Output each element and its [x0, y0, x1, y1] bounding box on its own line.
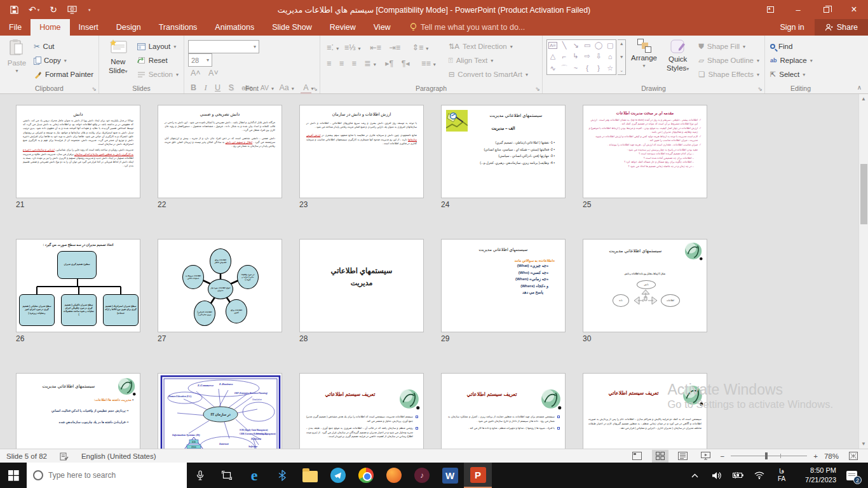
slide-bullet: مفيد بودن اطلاعات در پاسخ به چهار پرسش ز…	[583, 148, 707, 151]
select-button[interactable]: ⇱Select▾	[768, 67, 815, 81]
tab-review[interactable]: Review	[321, 19, 365, 36]
slide-thumbnail[interactable]: ارزش اطلاعات و دانش در سازمان با توجه به…	[299, 105, 424, 198]
replace-button[interactable]: abReplace▾	[768, 53, 815, 67]
slide-thumbnail[interactable]: مقدمه اي بر مبحث مديريت اطلاعات ✓اطلاعات…	[583, 105, 707, 198]
tab-design[interactable]: Design	[107, 19, 150, 36]
layout-button[interactable]: Layout▾	[135, 39, 181, 53]
normal-view-button[interactable]	[629, 450, 646, 463]
battery-icon[interactable]	[728, 463, 747, 488]
shapes-gallery-scrollbar[interactable]: ▲ ▼ ⌄	[618, 39, 626, 75]
zoom-percentage[interactable]: 78%	[824, 452, 839, 460]
reading-view-button[interactable]	[675, 450, 691, 463]
slide-thumbnail[interactable]: تعريف سيستم اطلاعاتي سيستمي منسجم براي ت…	[441, 373, 566, 449]
bluetooth-icon[interactable]	[268, 463, 296, 488]
language-indicator[interactable]: English (United States)	[81, 452, 156, 460]
format-painter-button[interactable]: Format Painter	[31, 67, 96, 81]
tab-animations[interactable]: Animations	[206, 19, 263, 36]
scroll-up-icon[interactable]: ▲	[861, 96, 866, 102]
taskbar-clock[interactable]: 8:50 PM 7/21/2023	[794, 466, 836, 485]
slide-thumbnail[interactable]: دانش نوناكا در مدل يكپارچه خود براي ايجا…	[16, 105, 140, 198]
close-button[interactable]: ×	[840, 0, 868, 19]
chart-box: سطح مديران استراتژيك ( تصميم گيري براي ت…	[103, 294, 139, 326]
minimize-button[interactable]: –	[784, 0, 812, 19]
collapse-ribbon-icon[interactable]: ∧	[857, 84, 862, 91]
shapes-gallery[interactable]: A≡ ╲ ↘ ▭ ◯ ▢ △ ⌐ ↳ ⇨ ⇩ ⌂ ∿ ⌒ ~ { } ☆	[546, 39, 616, 75]
slide-thumbnail[interactable]: سيستمهاي اطلاعاتي مديريت «اطلاعات» به سو…	[441, 239, 566, 332]
sign-in-button[interactable]: Sign in	[770, 19, 814, 36]
spell-check-icon[interactable]	[60, 452, 69, 461]
cortana-icon	[33, 470, 43, 480]
powerpoint-icon[interactable]: P	[464, 463, 492, 488]
language-switcher[interactable]: فا FA	[771, 468, 792, 484]
zoom-slider[interactable]	[731, 456, 807, 456]
tell-me-box[interactable]: Tell me what you want to do...	[400, 19, 536, 36]
slide-thumbnail[interactable]: اطلاعات براي اطمينان خاطر در مورد وضعيت …	[158, 239, 282, 332]
slide-thumbnail[interactable]: دانش تصريحي و ضمني هرگاه دانش قابل كدگذا…	[158, 105, 282, 198]
restore-button[interactable]	[812, 0, 840, 19]
telegram-icon[interactable]	[324, 463, 352, 488]
scroll-up-icon: ▲	[620, 41, 624, 46]
slide-show-view-button[interactable]	[698, 450, 714, 463]
task-view-button[interactable]	[214, 463, 240, 488]
slide-thumbnail[interactable]: سيستمهاي اطلاعاتي مديريت	[299, 239, 424, 332]
arrange-button[interactable]: Arrange ▾	[626, 37, 662, 69]
media-player-icon[interactable]: ♪	[408, 463, 436, 488]
slide-text: «چه كسي» (Who)	[442, 269, 565, 276]
slide-thumbnail[interactable]: تعريف سيستم اطلاعاتي سيستمي است كه به كم…	[583, 373, 707, 449]
slide-thumbnail[interactable]: اتخاذ تصميم مديران در سه سطح صورت مي گير…	[16, 239, 140, 332]
volume-icon[interactable]	[707, 463, 726, 488]
quick-styles-button[interactable]: Quick Styles▾	[662, 37, 693, 72]
tab-slide-show[interactable]: Slide Show	[263, 19, 321, 36]
save-icon[interactable]	[10, 6, 18, 14]
zoom-out-button[interactable]: −	[721, 452, 725, 460]
slide-thumbnail[interactable]: سيستمهاي اطلاعاتي مديريت • مديريت داشته …	[16, 373, 140, 449]
chrome-icon[interactable]	[352, 463, 380, 488]
zoom-in-button[interactable]: +	[813, 452, 818, 460]
hidden-icons-chevron[interactable]	[685, 463, 704, 488]
scrollbar-thumb[interactable]	[860, 164, 867, 224]
slide-thumbnail[interactable]: IT در سازمان E-Commerce E-Business Human…	[158, 373, 282, 449]
scroll-down-icon[interactable]: ▼	[861, 441, 866, 447]
slide-sorter-view-button[interactable]	[652, 450, 668, 463]
start-button[interactable]	[0, 463, 27, 488]
language-fa: فا	[771, 468, 792, 476]
cut-button[interactable]: ✂Cut	[31, 39, 96, 53]
action-center-button[interactable]: 2	[839, 463, 864, 488]
redo-button[interactable]: ↻	[50, 5, 57, 14]
replace-icon: ab	[770, 57, 777, 64]
copy-button[interactable]: Copy▾	[31, 53, 96, 67]
fit-slide-to-window-button[interactable]	[845, 450, 862, 463]
vertical-scrollbar[interactable]: ▲ ▼	[858, 94, 868, 449]
tab-home[interactable]: Home	[31, 19, 69, 36]
slide-grid: دانش نوناكا در مدل يكپارچه خود براي ايجا…	[0, 94, 707, 449]
search-input[interactable]	[48, 471, 163, 480]
reset-icon	[137, 57, 146, 64]
start-from-beginning-button[interactable]	[67, 6, 77, 14]
find-button[interactable]: Find	[768, 39, 815, 53]
share-button[interactable]: Share	[815, 19, 868, 36]
tab-insert[interactable]: Insert	[70, 19, 107, 36]
wifi-icon[interactable]	[750, 463, 769, 488]
new-slide-button[interactable]: New Slide▾	[102, 37, 135, 74]
slide-thumbnail[interactable]: سيستمهاي اطلاعاتي مديريت الف – مديريت • …	[441, 105, 566, 198]
undo-button[interactable]: ↶▾	[29, 5, 39, 14]
shape-outline-button: ▱Shape Outline▾	[696, 53, 762, 67]
tab-transitions[interactable]: Transitions	[150, 19, 207, 36]
ribbon-display-options-button[interactable]	[756, 0, 784, 19]
file-explorer-icon[interactable]	[296, 463, 324, 488]
taskbar-search[interactable]	[27, 463, 187, 488]
reset-button[interactable]: Reset	[135, 53, 181, 67]
close-icon: ×	[851, 4, 857, 15]
word-icon[interactable]: W	[436, 463, 464, 488]
zoom-slider-handle[interactable]	[765, 452, 768, 459]
orange-app-icon[interactable]	[380, 463, 408, 488]
edge-icon[interactable]: e	[240, 463, 268, 488]
microphone-icon[interactable]	[187, 463, 214, 488]
tab-file[interactable]: File	[0, 19, 31, 36]
customize-qat-button[interactable]: ▾	[87, 8, 91, 12]
dropdown-icon: ▾	[757, 58, 759, 64]
slide-thumbnail[interactable]: تعريف سيستم اطلاعاتي سيستم اطلاعات مديري…	[299, 373, 424, 449]
slide-thumbnail[interactable]: سيستمهاي اطلاعاتي مديريت شكل 1 ارتباط مت…	[583, 239, 707, 332]
layout-icon	[137, 43, 146, 50]
tab-view[interactable]: View	[365, 19, 400, 36]
